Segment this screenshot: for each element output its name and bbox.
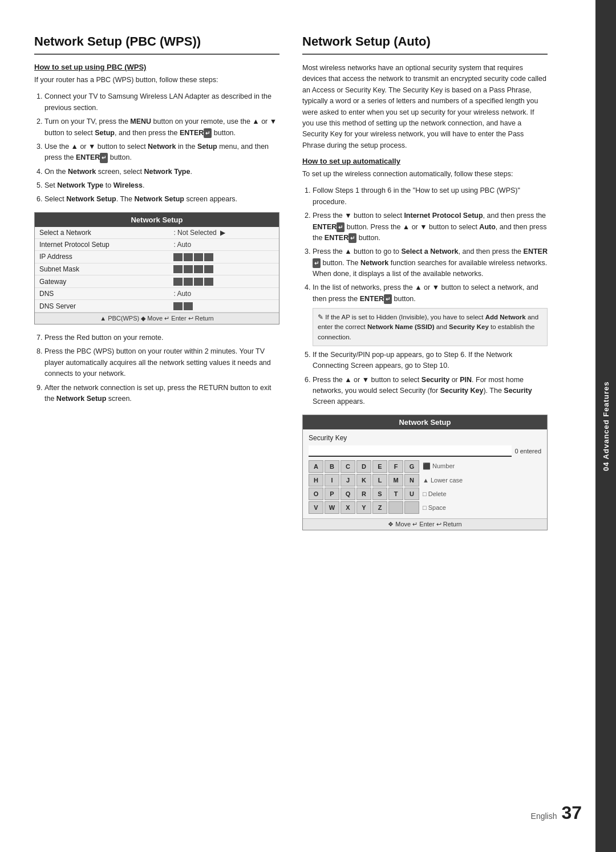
steps-list-2: Press the Red button on your remote. Pre… — [34, 332, 279, 404]
right-column: Network Setup (Auto) Most wireless netwo… — [302, 34, 548, 818]
sidebar-tab-label: 04 Advanced Features — [602, 381, 610, 471]
auto-step-4: In the list of networks, press the ▲ or … — [313, 282, 548, 346]
cell-subnet-value — [169, 263, 279, 275]
auto-step-6: Press the ▲ or ▼ button to select Securi… — [313, 375, 548, 408]
key-M[interactable]: M — [388, 474, 403, 486]
side-label-lowercase: ▲ Lower case — [423, 477, 463, 484]
table-row-dns-server: DNS Server — [35, 300, 279, 313]
cell-dns-server-value — [169, 300, 279, 313]
key-F[interactable]: F — [388, 460, 403, 473]
table-row-dns: DNS : Auto — [35, 288, 279, 300]
step-4: On the Network screen, select Network Ty… — [44, 167, 279, 177]
table-row-select-network: Select a Network : Not Selected ▶ — [35, 227, 279, 239]
security-entered: 0 entered — [515, 448, 541, 455]
network-box-title: Network Setup — [35, 213, 279, 227]
auto-step-1: Follow Steps 1 through 6 in the "How to … — [313, 185, 548, 208]
cell-dns-label: DNS — [35, 288, 169, 300]
subnet-blocks — [173, 265, 213, 273]
key-J[interactable]: J — [341, 474, 355, 486]
main-content: Network Setup (PBC (WPS)) How to set up … — [0, 0, 595, 852]
security-input-row: 0 entered — [309, 445, 541, 457]
cell-ip-setup-value: : Auto — [169, 238, 279, 250]
key-L[interactable]: L — [372, 474, 387, 486]
step-1: Connect your TV to Samsung Wireless LAN … — [44, 91, 279, 113]
network-box-footer: ▲ PBC(WPS) ◆ Move ↵ Enter ↩ Return — [35, 313, 279, 324]
steps-list-1: Connect your TV to Samsung Wireless LAN … — [34, 91, 279, 205]
auto-steps-list: Follow Steps 1 through 6 in the "How to … — [302, 185, 548, 407]
page-footer: English 37 — [531, 802, 582, 823]
security-input-bar[interactable] — [309, 445, 512, 457]
cell-ip-setup-label: Internet Protocol Setup — [35, 238, 169, 250]
table-row-gateway: Gateway — [35, 275, 279, 288]
key-blank1[interactable] — [388, 501, 403, 514]
cell-ip-address-label: IP Address — [35, 250, 169, 263]
cell-dns-value: : Auto — [169, 288, 279, 300]
table-row-ip-setup: Internet Protocol Setup : Auto — [35, 238, 279, 250]
key-P[interactable]: P — [325, 488, 339, 500]
side-label-space: □ Space — [423, 504, 446, 511]
key-D[interactable]: D — [356, 460, 371, 473]
step-2: Turn on your TV, press the MENU button o… — [44, 116, 279, 139]
network-setup-box: Network Setup Select a Network : Not Sel… — [34, 212, 279, 324]
key-W[interactable]: W — [325, 501, 339, 514]
step-8: Press the PBC (WPS) button on your route… — [44, 346, 279, 379]
key-Y[interactable]: Y — [356, 501, 371, 514]
key-A[interactable]: A — [309, 460, 323, 473]
auto-intro-short: To set up the wireless connection automa… — [302, 169, 548, 180]
security-key-label: Security Key — [309, 434, 541, 442]
keyboard-row-1: A B C D E F G ⬛ Number — [309, 460, 463, 473]
cell-dns-server-label: DNS Server — [35, 300, 169, 313]
step-6: Select Network Setup. The Network Setup … — [44, 194, 279, 205]
table-row-subnet: Subnet Mask — [35, 263, 279, 275]
security-box-title: Network Setup — [303, 415, 547, 429]
key-E[interactable]: E — [372, 460, 387, 473]
key-C[interactable]: C — [341, 460, 355, 473]
key-blank2[interactable] — [404, 501, 419, 514]
right-section-title: Network Setup (Auto) — [302, 34, 548, 55]
key-Q[interactable]: Q — [341, 488, 355, 500]
ip-blocks — [173, 253, 213, 261]
cell-select-network-value: : Not Selected ▶ — [169, 227, 279, 239]
cell-gateway-label: Gateway — [35, 275, 169, 288]
key-U[interactable]: U — [404, 488, 419, 500]
auto-intro-para: Most wireless networks have an optional … — [302, 63, 548, 151]
key-K[interactable]: K — [356, 474, 371, 486]
key-B[interactable]: B — [325, 460, 339, 473]
keyboard-keys: A B C D E F G ⬛ Number H I — [309, 460, 463, 514]
step-7: Press the Red button on your remote. — [44, 332, 279, 343]
pbc-intro: If your router has a PBC (WPS) button, f… — [34, 75, 279, 86]
step-5: Set Network Type to Wireless. — [44, 180, 279, 191]
key-N[interactable]: N — [404, 474, 419, 486]
key-I[interactable]: I — [325, 474, 339, 486]
step-9: After the network connection is set up, … — [44, 383, 279, 405]
table-row-ip-address: IP Address — [35, 250, 279, 263]
cell-gateway-value — [169, 275, 279, 288]
sidebar-tab: 04 Advanced Features — [595, 0, 616, 852]
auto-step-3: Press the ▲ button to go to Select a Net… — [313, 246, 548, 279]
key-X[interactable]: X — [341, 501, 355, 514]
key-G[interactable]: G — [404, 460, 419, 473]
side-label-number: ⬛ Number — [423, 462, 455, 470]
key-Z[interactable]: Z — [372, 501, 387, 514]
key-V[interactable]: V — [309, 501, 323, 514]
key-S[interactable]: S — [372, 488, 387, 500]
left-column: Network Setup (PBC (WPS)) How to set up … — [34, 34, 279, 818]
keyboard-row-4: V W X Y Z □ Space — [309, 501, 463, 514]
key-O[interactable]: O — [309, 488, 323, 500]
subsection-title-auto: How to set up automatically — [302, 157, 548, 165]
keyboard-row-2: H I J K L M N ▲ Lower case — [309, 474, 463, 486]
keyboard-row-3: O P Q R S T U □ Delete — [309, 488, 463, 500]
security-box-footer: ❖ Move ↵ Enter ↩ Return — [303, 518, 547, 530]
security-body: Security Key 0 entered A B C D — [303, 429, 547, 518]
footer-number: 37 — [561, 802, 582, 823]
step-3: Use the ▲ or ▼ button to select Network … — [44, 141, 279, 164]
left-section-title: Network Setup (PBC (WPS)) — [34, 34, 279, 55]
page-container: Network Setup (PBC (WPS)) How to set up … — [0, 0, 616, 852]
key-T[interactable]: T — [388, 488, 403, 500]
cell-ip-address-value — [169, 250, 279, 263]
footer-text: English — [531, 812, 557, 821]
auto-step-2: Press the ▼ button to select Internet Pr… — [313, 210, 548, 244]
side-label-delete: □ Delete — [423, 490, 447, 497]
key-R[interactable]: R — [356, 488, 371, 500]
key-H[interactable]: H — [309, 474, 323, 486]
